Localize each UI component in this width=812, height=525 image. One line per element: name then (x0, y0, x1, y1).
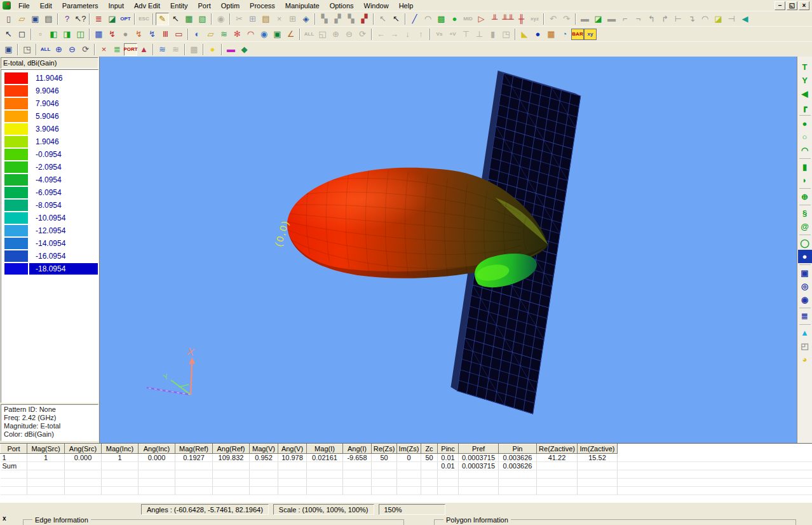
current-view[interactable]: ≋ (217, 28, 231, 41)
legend-entry[interactable]: 7.9046 (1, 97, 98, 110)
cylinder[interactable]: ▮ (798, 160, 812, 174)
simulate-frequency[interactable]: ↯ (145, 28, 159, 41)
menu-options[interactable]: Options (325, 1, 359, 10)
zoom-in-3d[interactable]: ⊕ (52, 43, 65, 56)
mesh-view[interactable]: ▦ (92, 28, 105, 41)
select-object[interactable]: ◻ (15, 28, 29, 41)
legend-entry[interactable]: 9.9046 (1, 85, 98, 97)
pan-left[interactable]: ← (374, 28, 388, 41)
double-spiral[interactable]: ◉ (798, 293, 812, 306)
restore-button[interactable]: ◱ (787, 1, 797, 10)
insert-ports-row[interactable]: ╨╨ (501, 13, 515, 25)
chamfer-tool[interactable]: ↴ (685, 13, 698, 25)
select-polygon-mode[interactable]: ▧ (196, 13, 209, 25)
wave-options[interactable]: ≋ (169, 43, 182, 56)
meander-line[interactable]: ≣ (798, 310, 812, 323)
cut[interactable]: ✂ (233, 13, 246, 25)
close-button[interactable]: × (799, 1, 809, 10)
rect-small[interactable]: ▫ (34, 28, 47, 41)
copy[interactable]: ⊞ (246, 13, 259, 25)
trim-tool[interactable]: ⊣ (725, 13, 738, 25)
solid-ellipse[interactable]: ● (798, 117, 812, 130)
grid-display[interactable]: ▦ (545, 28, 558, 41)
app-icon[interactable] (3, 1, 11, 10)
show-axes[interactable]: × (97, 43, 111, 56)
new-file[interactable]: ▯ (2, 13, 15, 25)
draw-rect[interactable]: ▩ (435, 13, 448, 25)
sphere-view[interactable]: ● (531, 28, 545, 41)
yellow-patch[interactable]: ◕ (798, 353, 812, 366)
limit-top[interactable]: ⊤ (459, 28, 473, 41)
legend-entry[interactable]: -18.0954 (1, 262, 98, 275)
insert-all-ports[interactable]: ╫ (515, 13, 528, 25)
legend-entry[interactable]: -16.0954 (1, 250, 98, 262)
mesh-tool[interactable]: ◀ (738, 13, 752, 25)
fill-color[interactable]: ◆ (238, 43, 251, 56)
minimize-button[interactable]: – (775, 1, 785, 10)
menu-file[interactable]: File (13, 1, 35, 10)
intersect-objects[interactable]: ◪ (592, 13, 605, 25)
menu-help[interactable]: Help (394, 1, 419, 10)
circle-plus[interactable]: ⊕ (798, 190, 812, 203)
color-fill-tool[interactable]: ◪ (712, 13, 725, 25)
group-lock[interactable]: ◈ (299, 13, 313, 25)
xy-plot[interactable]: xy (584, 29, 597, 40)
pattern-viewport[interactable]: X Y (0,0) (100, 57, 797, 443)
paste[interactable]: ▤ (259, 13, 273, 25)
rect-edit-both[interactable]: ◫ (74, 28, 87, 41)
brightness[interactable]: ● (206, 43, 219, 56)
port-display[interactable]: PORT (124, 43, 137, 56)
select-vertex[interactable]: ↖ (2, 28, 15, 41)
filled-ring[interactable]: ● (798, 250, 812, 263)
select-port-mode[interactable]: ▦ (182, 13, 196, 25)
bend-corner-1[interactable]: ⌐ (618, 13, 632, 25)
menu-adv-edit[interactable]: Adv Edit (129, 1, 165, 10)
bent-cylinder[interactable]: ◗ (798, 174, 812, 187)
show-hidden[interactable]: ◉ (214, 13, 227, 25)
fit-view[interactable]: ◳ (20, 43, 34, 56)
rect-edit-left[interactable]: ◧ (47, 28, 60, 41)
legend-entry[interactable]: -8.0954 (1, 199, 98, 212)
select-vertices[interactable]: ↖ (376, 13, 389, 25)
paste-special[interactable]: ⊞ (286, 13, 299, 25)
mesh-sphere[interactable]: ◐ (191, 28, 204, 41)
pattern-options[interactable]: ▩ (187, 43, 201, 56)
rect-edit-right[interactable]: ◨ (60, 28, 74, 41)
menu-manipulate[interactable]: Manipulate (280, 1, 325, 10)
s-parameter-plot[interactable]: ∠ (284, 28, 297, 41)
menu-entity[interactable]: Entity (165, 1, 193, 10)
open-file[interactable]: ▱ (15, 13, 29, 25)
draw-circle[interactable]: ● (448, 13, 461, 25)
helix[interactable]: § (798, 207, 812, 220)
about-help[interactable]: ? (60, 13, 74, 25)
notes[interactable]: ▱ (204, 28, 217, 41)
menu-parameters[interactable]: Parameters (57, 1, 104, 10)
escape[interactable]: ESC (137, 13, 151, 25)
union-objects[interactable]: ▬ (578, 13, 592, 25)
spiral[interactable]: @ (798, 220, 812, 233)
result-window[interactable]: ▭ (172, 28, 186, 41)
window-large[interactable]: ◳ (499, 28, 513, 41)
save-pattern[interactable]: ▣ (2, 43, 15, 56)
menu-optim[interactable]: Optim (216, 1, 245, 10)
display-toggle[interactable]: ◪ (105, 13, 119, 25)
legend-entry[interactable]: 5.9046 (1, 110, 98, 123)
legend-entry[interactable]: -0.0954 (1, 148, 98, 161)
wave-display[interactable]: ≋ (156, 43, 169, 56)
fillet-tool[interactable]: ◠ (698, 13, 712, 25)
elevated-view[interactable]: ◣ (518, 28, 531, 41)
arrange-up[interactable]: ▚ (344, 13, 358, 25)
antenna-view[interactable]: ✻ (231, 28, 244, 41)
delete[interactable]: × (273, 13, 286, 25)
zoom-all[interactable]: ALL (39, 43, 52, 56)
context-help[interactable]: ↖? (74, 13, 87, 25)
vs-display[interactable]: Vs (433, 28, 446, 41)
refresh-3d[interactable]: ⟳ (79, 43, 92, 56)
layer-manager[interactable]: ≣ (92, 13, 105, 25)
radiation-map[interactable]: ◉ (257, 28, 271, 41)
coords-dxdy[interactable]: xyz (528, 13, 541, 25)
extend-tool[interactable]: ⊢ (672, 13, 685, 25)
menu-port[interactable]: Port (193, 1, 216, 10)
menu-window[interactable]: Window (359, 1, 394, 10)
legend-entry[interactable]: -14.0954 (1, 237, 98, 250)
